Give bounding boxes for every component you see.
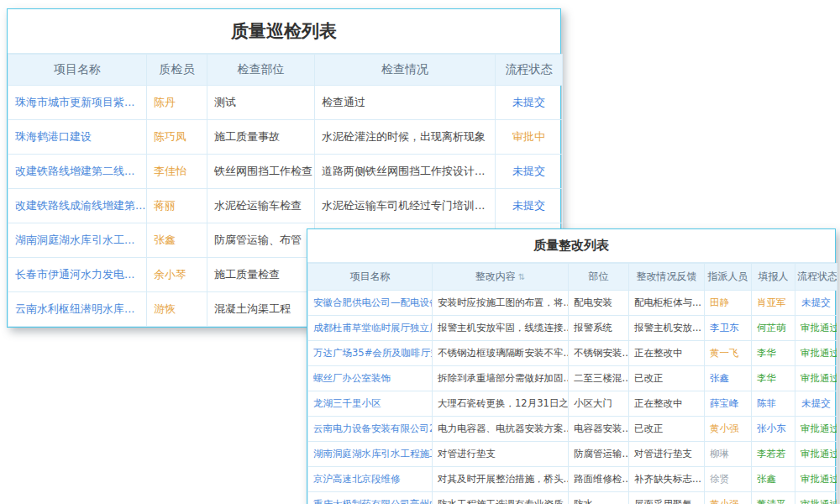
status-text: 审批通过 — [801, 372, 837, 384]
table-row[interactable]: 珠海市城市更新项目紫...陈丹测试检查通过未提交 — [8, 86, 563, 120]
rectification-table: 项目名称整改内容⇅部位整改情况反馈指派人员填报人流程状态 安徽合肥供电公司—配电… — [307, 263, 837, 504]
filler-name: 李华 — [757, 347, 776, 359]
filler-name: 张鑫 — [757, 473, 776, 485]
table-row[interactable]: 安徽合肥供电公司—配电设备...安装时应按施工图的布置，将...配电安装配电柜柜… — [308, 291, 837, 316]
rectify-content: 报警主机安放牢固，线缆连接... — [438, 322, 569, 333]
rectify-content: 防水工程施工选调有专业资质... — [438, 498, 569, 504]
column-header: 整改情况反馈 — [629, 264, 705, 291]
rectify-content: 大理石瓷砖更换，12月31日之... — [438, 397, 569, 409]
table-row[interactable]: 成都杜甫草堂临时展厅独立展...报警主机安放牢固，线缆连接...报警系统报警主机… — [308, 316, 837, 341]
inspector-name: 陈丹 — [154, 96, 176, 108]
column-header: 部位 — [569, 264, 629, 291]
project-link[interactable]: 改建铁路线增建第二线... — [15, 165, 134, 177]
filler-name: 肖亚军 — [757, 297, 786, 308]
project-link[interactable]: 湖南洞庭湖水库引水工程施工1标 — [313, 448, 433, 459]
rectify-part: 路面维修检... — [574, 473, 629, 485]
status-text: 未提交 — [801, 397, 831, 409]
inspector-name: 李佳怡 — [154, 165, 186, 177]
column-header: 检查部位 — [207, 55, 315, 86]
assignee-name: 黄一飞 — [710, 347, 739, 359]
assignee-name: 柳琳 — [710, 448, 729, 459]
table-row[interactable]: 湖南洞庭湖水库引水工程施工1标对管进行垫支防腐管运输...对管进行垫支柳琳李若若… — [308, 442, 837, 467]
filler-name: 李华 — [757, 372, 776, 384]
table-row[interactable]: 珠海鹤港口建设陈巧凤施工质量事故水泥砼灌注的时候，出现离析现象审批中 — [8, 120, 563, 155]
rectification-table-title: 质量整改列表 — [307, 229, 835, 263]
rectification-list-panel: 质量整改列表 项目名称整改内容⇅部位整改情况反馈指派人员填报人流程状态 安徽合肥… — [307, 228, 836, 504]
inspection-table-header-row: 项目名称质检员检查部位检查情况流程状态 — [8, 55, 563, 86]
table-row[interactable]: 螺丝厂办公室装饰拆除到承重墙部分需做好加固...二至三楼混...已改正张鑫李华审… — [308, 366, 837, 391]
status-text: 审批通过 — [801, 322, 837, 333]
inspector-name: 蒋丽 — [154, 199, 176, 212]
assignee-name: 黄小强 — [710, 423, 739, 434]
status-text: 未提交 — [512, 199, 545, 212]
filler-name: 董清平 — [757, 498, 786, 504]
sort-icon[interactable]: ⇅ — [518, 272, 525, 281]
project-link[interactable]: 改建铁路线成渝线增建第... — [15, 199, 145, 212]
assignee-name: 薛宝峰 — [710, 397, 739, 409]
table-row[interactable]: 龙湖三千里小区大理石瓷砖更换，12月31日之...小区大门正在整改中薛宝峰陈菲未… — [308, 391, 837, 417]
project-link[interactable]: 京沪高速北京段维修 — [313, 473, 401, 485]
rectify-feedback: 对管进行垫支 — [634, 448, 692, 459]
rectify-part: 电容器安装... — [574, 423, 629, 434]
column-header: 填报人 — [752, 264, 795, 291]
inspection-part: 施工质量事故 — [214, 130, 280, 143]
rectify-content: 安装时应按施工图的布置，将... — [438, 297, 569, 308]
project-link[interactable]: 万达广场35#会所及咖啡厅空... — [313, 347, 433, 359]
inspector-name: 余小琴 — [154, 268, 186, 281]
filler-name: 陈菲 — [757, 397, 776, 409]
rectify-content: 对其及时开展整治措施，桥头... — [438, 473, 569, 485]
table-row[interactable]: 重庆太极制药有限公司亳州中...防水工程施工选调有专业资质...防水屋面采用聚氨… — [308, 492, 837, 504]
inspector-name: 张鑫 — [154, 234, 176, 246]
table-row[interactable]: 改建铁路线成渝线增建第...蒋丽水泥砼运输车检查水泥砼运输车司机经过专门培训..… — [8, 189, 563, 223]
table-row[interactable]: 改建铁路线增建第二线...李佳怡铁丝网围挡工作检查道路两侧铁丝网围挡工作按设计.… — [8, 155, 563, 189]
column-header: 检查情况 — [315, 55, 496, 86]
rectify-part: 二至三楼混... — [574, 372, 629, 384]
project-link[interactable]: 成都杜甫草堂临时展厅独立展... — [313, 322, 433, 333]
project-link[interactable]: 云南水利枢纽潜明水库... — [15, 302, 134, 315]
rectify-feedback: 屋面采用聚氨... — [634, 498, 701, 504]
rectify-part: 不锈钢安装... — [574, 347, 629, 359]
inspection-part: 施工质量检查 — [214, 268, 280, 281]
rectify-feedback: 正在整改中 — [634, 347, 683, 359]
project-link[interactable]: 珠海市城市更新项目紫... — [15, 96, 134, 108]
assignee-name: 徐贤 — [710, 473, 729, 485]
table-row[interactable]: 云南电力设备安装有限公司20...电力电容器、电抗器安装方案...电容器安装..… — [308, 417, 837, 442]
status-text: 审批通过 — [801, 473, 837, 485]
inspection-table-title: 质量巡检列表 — [8, 9, 560, 54]
rectify-content: 拆除到承重墙部分需做好加固... — [438, 372, 569, 384]
inspection-situation: 道路两侧铁丝网围挡工作按设计... — [322, 165, 485, 177]
column-header: 项目名称 — [308, 264, 433, 291]
project-link[interactable]: 龙湖三千里小区 — [313, 397, 381, 409]
rectify-content: 对管进行垫支 — [438, 448, 496, 459]
project-link[interactable]: 长春市伊通河水力发电... — [15, 268, 134, 281]
inspection-situation: 水泥砼运输车司机经过专门培训... — [322, 199, 485, 212]
status-text: 审批中 — [512, 130, 545, 143]
inspector-name: 陈巧凤 — [154, 130, 186, 143]
project-link[interactable]: 珠海鹤港口建设 — [15, 130, 92, 143]
rectify-part: 配电安装 — [574, 297, 612, 308]
filler-name: 何芷萌 — [757, 322, 786, 333]
inspection-part: 防腐管运输、布管 — [214, 234, 302, 246]
status-text: 审批通过 — [801, 448, 837, 459]
project-link[interactable]: 湖南洞庭湖水库引水工... — [15, 234, 134, 246]
rectify-content: 电力电容器、电抗器安装方案... — [438, 423, 569, 434]
column-header[interactable]: 整改内容⇅ — [433, 264, 569, 291]
table-row[interactable]: 京沪高速北京段维修对其及时开展整治措施，桥头...路面维修检...补齐缺失标志.… — [308, 467, 837, 492]
filler-name: 张小东 — [757, 423, 786, 434]
inspection-situation: 水泥砼灌注的时候，出现离析现象 — [322, 130, 486, 143]
project-link[interactable]: 重庆太极制药有限公司亳州中... — [313, 498, 433, 504]
status-text: 未提交 — [801, 297, 831, 308]
rectify-part: 防腐管运输... — [574, 448, 629, 459]
project-link[interactable]: 安徽合肥供电公司—配电设备... — [313, 297, 433, 308]
column-header: 指派人员 — [705, 264, 752, 291]
table-row[interactable]: 万达广场35#会所及咖啡厅空...不锈钢边框玻璃隔断安装不牢...不锈钢安装..… — [308, 341, 837, 366]
rectification-table-header-row: 项目名称整改内容⇅部位整改情况反馈指派人员填报人流程状态 — [308, 264, 837, 291]
status-text: 审批通过 — [801, 423, 837, 434]
rectify-feedback: 已改正 — [634, 372, 664, 384]
status-text: 未提交 — [512, 96, 545, 108]
rectify-feedback: 正在整改中 — [634, 397, 683, 409]
project-link[interactable]: 螺丝厂办公室装饰 — [313, 372, 391, 384]
rectify-part: 小区大门 — [574, 397, 612, 409]
project-link[interactable]: 云南电力设备安装有限公司20... — [313, 423, 433, 434]
status-text: 审批通过 — [801, 498, 837, 504]
